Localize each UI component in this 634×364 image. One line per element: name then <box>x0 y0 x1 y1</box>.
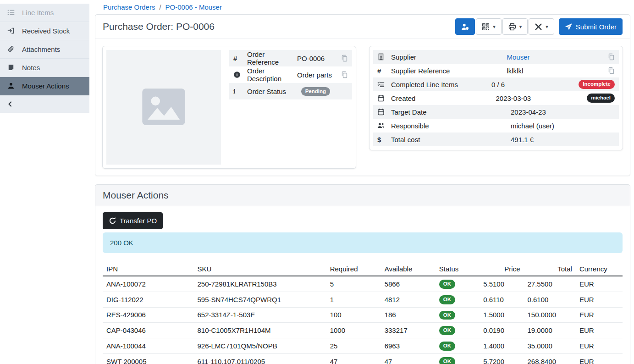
detail-row-order-description: Order Description Order parts <box>229 66 352 83</box>
purchase-order-header: Purchase Order: PO-0006 ▾ ▾ <box>95 15 630 39</box>
mouser-actions-panel: Mouser Actions Transfer PO 200 OK IPN <box>95 184 630 364</box>
ok-badge: OK <box>439 311 455 320</box>
sign-in-icon <box>7 27 15 35</box>
detail-label: Supplier Reference <box>391 67 507 75</box>
cell-price: 0.6110 <box>480 292 524 307</box>
transfer-po-label: Transfer PO <box>120 217 157 225</box>
hash-icon: # <box>233 55 247 62</box>
sidebar-collapse-button[interactable] <box>0 95 89 113</box>
cell-total: 150.0000 <box>524 307 576 323</box>
sidebar-item-line-items[interactable]: Line Items <box>0 4 89 22</box>
cell-total: 0.6100 <box>524 292 576 307</box>
table-row: CAP-043046 810-C1005X7R1H104M 1000 33321… <box>103 323 623 338</box>
order-actions-dropdown-button[interactable]: ▾ <box>529 18 554 35</box>
breadcrumb-separator: / <box>159 3 161 11</box>
cell-sku: 250-72981KLRATR150B3 <box>193 276 326 292</box>
detail-value: 491.1 € <box>511 136 615 143</box>
cell-available: 4812 <box>381 292 436 307</box>
cell-price: 0.0190 <box>480 323 524 338</box>
detail-label: Order Reference <box>247 50 297 66</box>
breadcrumb-link-po-0006[interactable]: PO-0006 - Mouser <box>165 3 222 11</box>
chevron-left-icon <box>6 100 14 108</box>
column-header-available: Available <box>381 262 436 276</box>
cell-ipn: SWT-200005 <box>103 353 193 364</box>
copy-icon[interactable] <box>607 67 615 74</box>
transfer-po-button[interactable]: Transfer PO <box>103 212 163 229</box>
status-alert: 200 OK <box>103 232 623 253</box>
submit-order-button[interactable]: Submit Order <box>559 18 623 35</box>
incomplete-badge: Incomplete <box>579 80 615 89</box>
ok-badge: OK <box>439 357 455 364</box>
sidebar-item-notes[interactable]: Notes <box>0 59 89 77</box>
hash-icon: # <box>377 67 391 75</box>
detail-value: 0 / 6 <box>491 81 579 88</box>
cell-sku: 810-C1005X7R1H104M <box>193 323 326 338</box>
copy-icon[interactable] <box>607 53 615 61</box>
barcode-dropdown-button[interactable]: ▾ <box>476 18 502 35</box>
paperclip-icon <box>7 45 15 53</box>
cell-required: 1 <box>326 292 381 307</box>
cell-sku: 652-3314Z-1-503E <box>193 307 326 323</box>
cell-required: 1000 <box>326 323 381 338</box>
table-header-row: IPN SKU Required Available Status Price … <box>103 262 623 276</box>
cell-ipn: CAP-043046 <box>103 323 193 338</box>
submit-order-label: Submit Order <box>576 23 617 31</box>
column-header-total: Total <box>524 262 576 276</box>
cell-price: 5.5100 <box>480 276 524 292</box>
table-row: SWT-200005 611-110.107.011/0205 47 47 OK… <box>103 353 623 364</box>
cell-available: 6963 <box>381 338 436 354</box>
user-shield-icon <box>461 23 469 31</box>
cell-ipn: DIG-112022 <box>103 292 193 307</box>
detail-row-order-reference: # Order Reference PO-0006 <box>229 50 352 66</box>
copy-icon[interactable] <box>341 55 348 62</box>
detail-label: Responsible <box>391 122 511 130</box>
sidebar-item-label: Line Items <box>22 9 54 17</box>
sidebar-item-label: Received Stock <box>22 27 70 35</box>
table-row: ANA-100072 250-72981KLRATR150B3 5 5866 O… <box>103 276 623 292</box>
cell-required: 100 <box>326 307 381 323</box>
order-image-placeholder[interactable] <box>106 50 221 165</box>
detail-row-supplier-reference: # Supplier Reference lklklkl <box>373 64 619 77</box>
detail-value: 2023-04-23 <box>511 108 615 116</box>
detail-value: 2023-03-03 <box>496 94 587 102</box>
sidebar-item-mouser-actions[interactable]: Mouser Actions <box>0 77 89 95</box>
column-header-price: Price <box>480 262 524 276</box>
sidebar-item-attachments[interactable]: Attachments <box>0 40 89 59</box>
detail-value: Order parts <box>297 71 341 79</box>
dollar-icon: $ <box>377 136 391 143</box>
order-admin-button[interactable] <box>455 18 475 35</box>
table-row: ANA-100044 926-LMC7101QM5/NOPB 25 6963 O… <box>103 338 623 354</box>
copy-icon[interactable] <box>341 71 348 78</box>
order-detail-body: # Order Reference PO-0006 Order Descript… <box>95 39 630 176</box>
caret-down-icon: ▾ <box>493 24 496 29</box>
detail-label: Order Status <box>247 88 301 95</box>
table-row: DIG-112022 595-SN74HCS74QPWRQ1 1 4812 OK… <box>103 292 623 307</box>
cell-currency: EUR <box>576 292 623 307</box>
table-row: RES-429006 652-3314Z-1-503E 100 186 OK 1… <box>103 307 623 323</box>
cell-total: 268.8400 <box>524 353 576 364</box>
building-icon <box>377 53 391 61</box>
supplier-link[interactable]: Mouser <box>507 53 529 61</box>
detail-row-target-date: Target Date 2023-04-23 <box>373 105 619 119</box>
ok-badge: OK <box>439 280 455 289</box>
cell-required: 25 <box>326 338 381 354</box>
note-icon <box>7 64 15 72</box>
cell-available: 333217 <box>381 323 436 338</box>
detail-label: Order Description <box>247 67 297 83</box>
cell-ipn: ANA-100072 <box>103 276 193 292</box>
cell-currency: EUR <box>576 323 623 338</box>
cell-currency: EUR <box>576 276 623 292</box>
order-info-card: # Order Reference PO-0006 Order Descript… <box>102 46 356 169</box>
breadcrumb-link-purchase-orders[interactable]: Purchase Orders <box>103 3 155 11</box>
ok-badge: OK <box>439 342 455 351</box>
caret-down-icon: ▾ <box>546 24 548 29</box>
mouser-actions-header: Mouser Actions <box>95 185 630 206</box>
sidebar-list: Line Items Received Stock Attachments No… <box>0 4 89 113</box>
sidebar-item-received-stock[interactable]: Received Stock <box>0 22 89 40</box>
image-placeholder-icon <box>138 81 189 134</box>
cell-price: 5.7200 <box>480 353 524 364</box>
column-header-ipn: IPN <box>103 262 193 276</box>
user-badge: michael <box>587 94 615 103</box>
print-dropdown-button[interactable]: ▾ <box>502 18 528 35</box>
detail-value: PO-0006 <box>297 55 341 62</box>
